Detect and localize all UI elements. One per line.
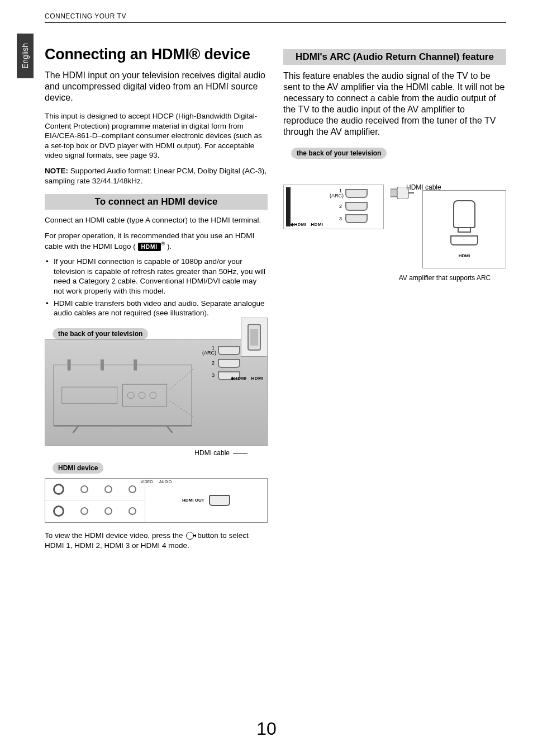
note-text: Supported Audio format: Linear PCM, Dolb…: [45, 167, 266, 185]
input-select-icon: [186, 532, 194, 540]
hdmi-port-1-label: 1 (ARC): [202, 346, 215, 356]
running-header: CONNECTING YOUR TV: [45, 12, 126, 20]
language-tab: English: [17, 34, 34, 78]
hdmi-port-2-arc: [345, 202, 368, 211]
svg-point-8: [127, 392, 134, 399]
hdmi-logo-icon: HDMI: [138, 243, 161, 251]
hdmi-group-label-left: ◈HDMI: [231, 376, 247, 381]
rca-video-label: VIDEO: [141, 480, 153, 484]
svg-rect-5: [134, 359, 137, 370]
rca-jack: [129, 485, 136, 493]
svg-point-10: [150, 392, 156, 399]
hdmi-port-1-label-arc: 1 (ARC): [330, 188, 342, 199]
hdmi-port-3-label: 3: [202, 373, 215, 378]
right-column: HDMI's ARC (Audio Return Channel) featur…: [283, 46, 506, 551]
figure-label-tv-back: the back of your television: [53, 328, 148, 339]
hdmi-port-1-arc: [345, 189, 368, 198]
svg-point-9: [139, 392, 145, 399]
hdmi-group-label-right-arc: HDMI: [311, 222, 323, 227]
hdmi-logo-tm: ®: [161, 240, 165, 247]
figure-label-tv-back-arc: the back of your television: [291, 148, 387, 159]
tv-back-illustration: 1 (ARC) 2 3 ◈HDMI HDMI: [45, 339, 268, 446]
rca-jack: [53, 505, 64, 517]
rca-jack: [80, 485, 88, 493]
svg-rect-4: [101, 359, 104, 370]
tv-ports-panel-arc: 1 (ARC) 2 3 ◈HDMI HDMI: [283, 185, 384, 229]
rca-jack: [53, 484, 64, 495]
svg-rect-3: [68, 359, 71, 370]
svg-line-12: [73, 426, 79, 433]
bullet-list: If your HDMI connection is capable of 10…: [45, 257, 268, 318]
left-column: Connecting an HDMI® device The HDMI inpu…: [45, 46, 268, 551]
body-text-3: For proper operation, it is recommended …: [45, 231, 268, 252]
amplifier-caption: AV amplifier that supports ARC: [383, 274, 506, 282]
svg-rect-1: [250, 329, 258, 346]
page-title: Connecting an HDMI® device: [45, 46, 268, 63]
note-label: NOTE:: [45, 167, 68, 175]
svg-rect-6: [62, 387, 117, 404]
amplifier-hdmi-label: HDMI: [459, 253, 470, 258]
after-figure-text: To view the HDMI device video, press the…: [45, 531, 268, 551]
page-number: 10: [0, 719, 533, 739]
svg-line-15: [170, 400, 194, 417]
hdmi-port-3-arc: [345, 214, 368, 223]
hdmi-port-2: [218, 359, 240, 368]
rca-jack: [129, 507, 136, 515]
svg-line-13: [167, 426, 173, 433]
bullet-item: HDMI cable transfers both video and audi…: [45, 299, 268, 318]
rca-audio-label: AUDIO: [159, 480, 172, 484]
svg-rect-17: [391, 189, 397, 197]
rca-jack: [80, 507, 88, 515]
hdmi-out-port: [209, 495, 230, 506]
section-heading-arc: HDMI's ARC (Audio Return Channel) featur…: [283, 49, 506, 65]
figure-tv-back: the back of your television 1 (ARC) 2 3 …: [45, 326, 268, 523]
note-block: NOTE: Supported Audio format: Linear PCM…: [45, 166, 268, 186]
header-rule: [45, 22, 506, 23]
hdmi-port-2-label-arc: 2: [330, 204, 342, 209]
amplifier-body-icon: [453, 200, 475, 228]
rca-jack: [104, 507, 112, 515]
body3-post: ).: [167, 242, 172, 251]
hdmi-group-label-left-arc: ◈HDMI: [291, 222, 306, 227]
hdmi-device-illustration: VIDEO AUDIO HDMI OUT: [45, 478, 268, 523]
svg-rect-16: [286, 187, 291, 226]
rca-jack: [104, 485, 112, 493]
body-text-2: Connect an HDMI cable (type A connector)…: [45, 215, 268, 225]
hdmi-port-2-label: 2: [202, 361, 215, 366]
arc-intro-text: This feature enables the audio signal of…: [283, 70, 506, 138]
hdmi-cable-annotation: HDMI cable: [45, 449, 268, 457]
amplifier-hdmi-port: [450, 235, 478, 245]
svg-rect-7: [123, 384, 167, 407]
hdmi-out-label: HDMI OUT: [182, 498, 204, 503]
hdmi-group-label-right: HDMI: [251, 376, 264, 381]
hdmi-port-1: [218, 346, 240, 355]
figure-label-hdmi-device: HDMI device: [53, 462, 103, 474]
section-heading: To connect an HDMI device: [45, 194, 268, 210]
av-amplifier-illustration: HDMI: [422, 190, 506, 268]
body-text-1: This input is designed to accept HDCP (H…: [45, 111, 268, 160]
svg-line-14: [170, 367, 194, 390]
figure-arc: 1 (ARC) 2 3 ◈HDMI HDMI HDMI cable: [283, 168, 506, 285]
bullet-item: If your HDMI connection is capable of 10…: [45, 257, 268, 296]
afterfig-pre: To view the HDMI device video, press the: [45, 531, 185, 540]
hdmi-port-3-label-arc: 3: [330, 216, 342, 221]
intro-text: The HDMI input on your television receiv…: [45, 70, 268, 103]
